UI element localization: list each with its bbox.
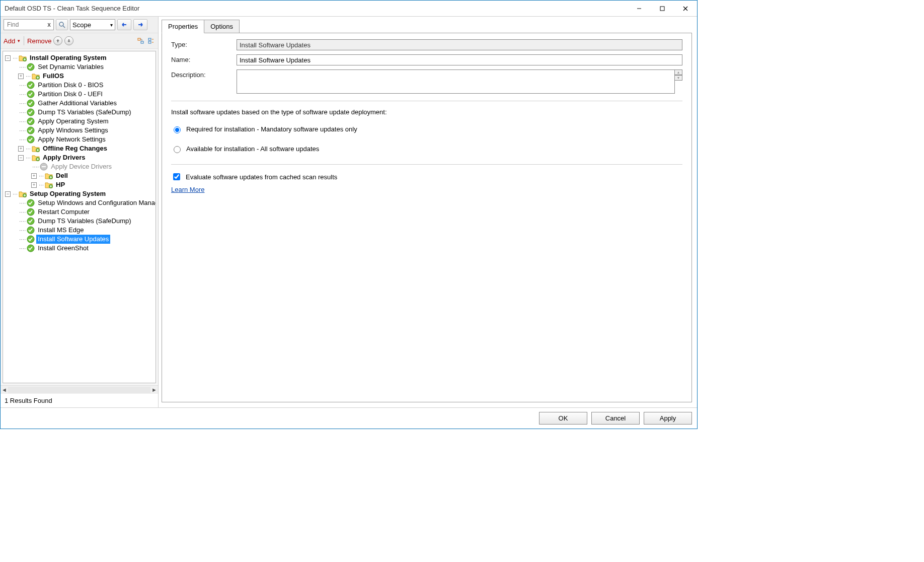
tree-node[interactable]: +··· Offline Reg Changes bbox=[3, 144, 156, 153]
ok-button[interactable]: OK bbox=[539, 412, 587, 425]
add-label: Add bbox=[4, 37, 15, 45]
tree-node[interactable]: +··· Dell bbox=[3, 171, 156, 180]
tree-node[interactable]: −··· Apply Drivers bbox=[3, 153, 156, 162]
expander-icon[interactable]: − bbox=[18, 155, 24, 161]
description-field[interactable] bbox=[237, 69, 675, 94]
tree-node[interactable]: ···· Apply Windows Settings bbox=[3, 126, 156, 135]
expander-icon[interactable]: − bbox=[5, 191, 11, 197]
svg-rect-11 bbox=[141, 41, 143, 43]
tree-node[interactable]: ···· Gather Additional Variables bbox=[3, 99, 156, 108]
collapse-all-icon[interactable] bbox=[147, 37, 155, 45]
separator bbox=[171, 164, 682, 165]
task-tree[interactable]: −··· Install Operating System ···· Set D… bbox=[3, 51, 156, 383]
check-icon bbox=[27, 244, 35, 252]
node-label: FullOS bbox=[41, 72, 65, 81]
expander-icon[interactable]: + bbox=[31, 173, 37, 179]
node-label: Partition Disk 0 - UEFI bbox=[36, 90, 104, 99]
expander-icon[interactable]: + bbox=[18, 146, 24, 152]
tree-node-selected[interactable]: ···· Install Software Updates bbox=[3, 235, 156, 244]
scroll-left-icon[interactable]: ◄ bbox=[2, 387, 7, 393]
search-button[interactable] bbox=[56, 19, 68, 30]
check-icon bbox=[27, 108, 35, 116]
tree-toolbar: Add ▼ Remove bbox=[1, 33, 158, 49]
node-label: Offline Reg Changes bbox=[41, 144, 109, 153]
scope-select[interactable]: Scope ▾ bbox=[70, 19, 115, 30]
node-label: Apply Operating System bbox=[36, 117, 110, 126]
add-menu[interactable]: Add ▼ bbox=[4, 37, 21, 45]
tree-node[interactable]: ···· Dump TS Variables (SafeDump) bbox=[3, 108, 156, 117]
folder-icon bbox=[32, 154, 40, 162]
tree-node[interactable]: −··· Setup Operating System bbox=[3, 189, 156, 198]
node-label: Install GreenShot bbox=[36, 244, 90, 253]
folder-icon bbox=[45, 181, 53, 189]
move-up-button[interactable] bbox=[53, 36, 62, 45]
find-box[interactable]: x bbox=[4, 19, 54, 30]
tree-node[interactable]: ···· Partition Disk 0 - BIOS bbox=[3, 81, 156, 90]
tree-node[interactable]: +··· FullOS bbox=[3, 72, 156, 81]
tree-node[interactable]: +··· HP bbox=[3, 180, 156, 189]
tree-node[interactable]: ···· Setup Windows and Configuration Man… bbox=[3, 198, 156, 207]
minimize-button[interactable] bbox=[628, 1, 651, 16]
expander-icon[interactable]: + bbox=[31, 182, 37, 188]
radio-available-input[interactable] bbox=[174, 146, 181, 153]
close-button[interactable] bbox=[674, 1, 697, 16]
maximize-button[interactable] bbox=[651, 1, 674, 16]
tree-node[interactable]: ···· Apply Network Settings bbox=[3, 135, 156, 144]
dialog-footer: OK Cancel Apply bbox=[1, 407, 697, 429]
radio-available[interactable]: Available for installation - All softwar… bbox=[171, 145, 682, 153]
find-clear-icon[interactable]: x bbox=[46, 21, 52, 28]
check-evaluate-input[interactable] bbox=[173, 173, 180, 180]
horizontal-scrollbar[interactable]: ◄ ► bbox=[1, 385, 158, 394]
node-label: Dump TS Variables (SafeDump) bbox=[36, 217, 132, 226]
scroll-right-icon[interactable]: ► bbox=[151, 387, 157, 393]
tree-node[interactable]: ···· Set Dynamic Variables bbox=[3, 62, 156, 72]
radio-required[interactable]: Required for installation - Mandatory so… bbox=[171, 125, 682, 133]
radio-required-input[interactable] bbox=[174, 126, 181, 133]
spin-up-icon[interactable]: ▲ bbox=[674, 69, 682, 75]
info-text: Install software updates based on the ty… bbox=[171, 108, 682, 116]
check-icon bbox=[27, 126, 35, 134]
tree-node[interactable]: ···· Restart Computer bbox=[3, 207, 156, 217]
tab-options[interactable]: Options bbox=[204, 20, 240, 33]
find-input[interactable] bbox=[6, 21, 41, 29]
tree-node[interactable]: ···· Install GreenShot bbox=[3, 244, 156, 253]
node-label: Setup Windows and Configuration Manager bbox=[36, 198, 156, 207]
cancel-button[interactable]: Cancel bbox=[591, 412, 640, 425]
check-evaluate[interactable]: Evaluate software updates from cached sc… bbox=[171, 172, 682, 182]
type-field bbox=[237, 39, 682, 50]
apply-button[interactable]: Apply bbox=[644, 412, 692, 425]
tree-node[interactable]: ···· Apply Operating System bbox=[3, 117, 156, 126]
scroll-track[interactable] bbox=[8, 387, 150, 393]
expander-icon[interactable]: + bbox=[18, 74, 24, 79]
expand-all-icon[interactable] bbox=[137, 37, 145, 45]
node-label: Apply Drivers bbox=[41, 153, 87, 162]
check-icon bbox=[27, 199, 35, 207]
name-field[interactable] bbox=[237, 54, 682, 65]
node-label: Set Dynamic Variables bbox=[36, 62, 105, 72]
svg-rect-5 bbox=[660, 7, 664, 11]
tree-node[interactable]: ···· Apply Device Drivers bbox=[3, 162, 156, 171]
tab-properties[interactable]: Properties bbox=[162, 20, 204, 33]
tree-node[interactable]: −··· Install Operating System bbox=[3, 53, 156, 62]
move-down-button[interactable] bbox=[64, 36, 73, 45]
node-label: Install Software Updates bbox=[36, 235, 110, 244]
node-label: HP bbox=[54, 180, 66, 189]
tree-node[interactable]: ···· Partition Disk 0 - UEFI bbox=[3, 90, 156, 99]
check-icon bbox=[27, 117, 35, 125]
folder-icon bbox=[32, 72, 40, 80]
prev-result-button[interactable] bbox=[117, 19, 131, 30]
expander-icon[interactable]: − bbox=[5, 55, 11, 61]
learn-more-link[interactable]: Learn More bbox=[171, 186, 204, 193]
node-label: Partition Disk 0 - BIOS bbox=[36, 81, 105, 90]
remove-button[interactable]: Remove bbox=[27, 37, 51, 45]
check-icon bbox=[27, 99, 35, 107]
tree-node[interactable]: ···· Dump TS Variables (SafeDump) bbox=[3, 217, 156, 226]
svg-rect-10 bbox=[138, 38, 140, 40]
caret-down-icon: ▼ bbox=[17, 39, 21, 43]
spin-down-icon[interactable]: ▼ bbox=[674, 75, 682, 81]
status-bar: 1 Results Found bbox=[1, 394, 158, 407]
next-result-button[interactable] bbox=[133, 19, 147, 30]
tree-node[interactable]: ···· Install MS Edge bbox=[3, 226, 156, 235]
node-label: Apply Device Drivers bbox=[49, 162, 113, 171]
check-icon bbox=[27, 235, 35, 243]
